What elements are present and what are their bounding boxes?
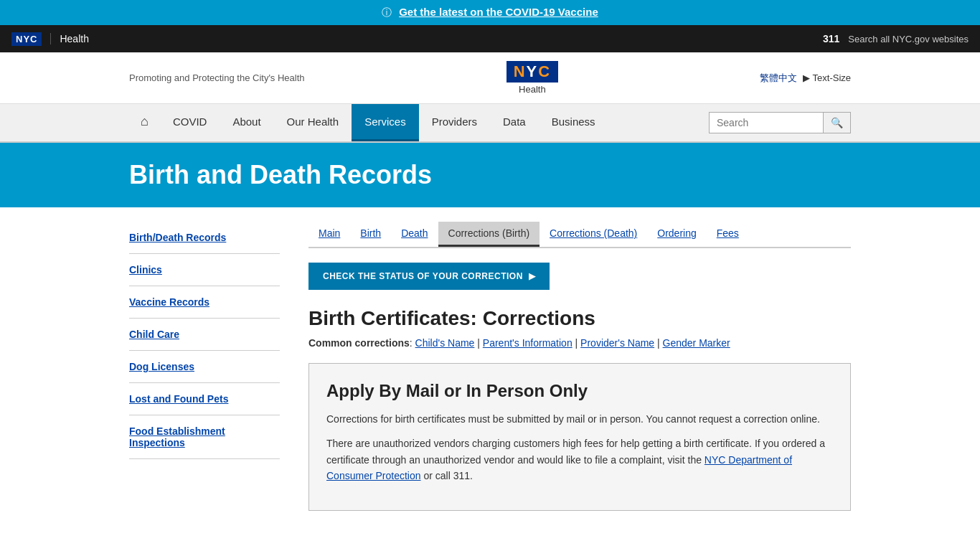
sidebar-item-dog-licenses[interactable]: Dog Licenses <box>129 351 280 383</box>
site-header: Promoting and Protecting the City's Heal… <box>0 52 980 104</box>
common-corrections: Common corrections: Child's Name | Paren… <box>308 337 851 349</box>
header-tagline: Promoting and Protecting the City's Heal… <box>129 72 305 83</box>
sub-tab-corrections-birth[interactable]: Corrections (Birth) <box>438 222 540 247</box>
sidebar-item-birth-death-records[interactable]: Birth/Death Records <box>129 222 280 254</box>
main-content: Main Birth Death Corrections (Birth) Cor… <box>308 222 851 525</box>
nav-item-providers[interactable]: Providers <box>419 104 490 141</box>
top-bar-search-label: Search all NYC.gov websites <box>848 34 969 44</box>
nav-item-data[interactable]: Data <box>490 104 539 141</box>
sidebar-item-vaccine-records[interactable]: Vaccine Records <box>129 286 280 319</box>
info-box-para2-end: or call 311. <box>421 470 473 481</box>
nav-item-about[interactable]: About <box>220 104 273 141</box>
textsize-label[interactable]: ▶ Text-Size <box>803 72 851 83</box>
page-hero-title: Birth and Death Records <box>129 160 851 190</box>
covid-banner: ⓘ Get the latest on the COVID-19 Vaccine <box>0 0 980 25</box>
info-box: Apply By Mail or In Person Only Correcti… <box>308 363 851 511</box>
sidebar-link-lost-found-pets[interactable]: Lost and Found Pets <box>129 393 228 405</box>
sidebar-link-birth-death-records[interactable]: Birth/Death Records <box>129 232 226 243</box>
top-bar-right: 311 Search all NYC.gov websites <box>823 33 969 44</box>
sidebar: Birth/Death Records Clinics Vaccine Reco… <box>129 222 280 525</box>
sidebar-item-food-inspections[interactable]: Food Establishment Inspections <box>129 415 280 459</box>
nav-item-covid[interactable]: COVID <box>160 104 220 141</box>
sidebar-link-clinics[interactable]: Clinics <box>129 264 162 276</box>
health-subtitle: Health <box>519 84 546 95</box>
lang-link[interactable]: 繁體中文 <box>760 72 797 85</box>
nyc-logo-big[interactable]: NYC <box>507 61 558 83</box>
top-bar-left: NYC Health <box>11 32 89 46</box>
sidebar-item-child-care[interactable]: Child Care <box>129 319 280 351</box>
search-button[interactable]: 🔍 <box>824 112 851 133</box>
main-nav: ⌂ COVID About Our Health Services Provid… <box>0 104 980 143</box>
sub-tab-corrections-death[interactable]: Corrections (Death) <box>540 222 647 247</box>
nav-item-services[interactable]: Services <box>352 104 419 141</box>
info-box-para1: Corrections for birth certificates must … <box>326 411 833 427</box>
sub-tab-death[interactable]: Death <box>391 222 438 247</box>
corrections-page-title: Birth Certificates: Corrections <box>308 307 851 330</box>
check-status-arrow-icon: ▶ <box>529 271 536 281</box>
sub-tab-birth[interactable]: Birth <box>350 222 391 247</box>
header-logo: NYC Health <box>507 61 558 95</box>
nyc-logo-small: NYC <box>11 32 42 46</box>
nav-search: 🔍 <box>709 104 851 141</box>
info-icon: ⓘ <box>382 6 392 18</box>
sidebar-link-food-inspections[interactable]: Food Establishment Inspections <box>129 425 225 448</box>
correction-link-providers-name[interactable]: Provider's Name <box>580 337 654 349</box>
check-status-button[interactable]: CHECK THE STATUS OF YOUR CORRECTION ▶ <box>308 263 550 290</box>
header-right: 繁體中文 ▶ Text-Size <box>760 72 851 85</box>
sub-tabs: Main Birth Death Corrections (Birth) Cor… <box>308 222 851 248</box>
correction-link-parents-info[interactable]: Parent's Information <box>483 337 573 349</box>
top-bar-health-label: Health <box>50 33 88 44</box>
covid-banner-link[interactable]: Get the latest on the COVID-19 Vaccine <box>399 6 598 18</box>
sidebar-link-vaccine-records[interactable]: Vaccine Records <box>129 296 209 308</box>
content-area: Birth/Death Records Clinics Vaccine Reco… <box>0 207 980 540</box>
sub-tab-main[interactable]: Main <box>308 222 350 247</box>
nav-item-our-health[interactable]: Our Health <box>274 104 352 141</box>
common-corrections-label: Common corrections <box>308 337 410 349</box>
nav-item-business[interactable]: Business <box>539 104 608 141</box>
page-hero: Birth and Death Records <box>0 143 980 207</box>
check-status-label: CHECK THE STATUS OF YOUR CORRECTION <box>323 271 523 281</box>
sub-tab-fees[interactable]: Fees <box>707 222 749 247</box>
nav-home[interactable]: ⌂ <box>129 104 160 141</box>
sidebar-link-child-care[interactable]: Child Care <box>129 329 179 340</box>
sidebar-item-clinics[interactable]: Clinics <box>129 254 280 286</box>
correction-link-gender-marker[interactable]: Gender Marker <box>663 337 730 349</box>
top-bar: NYC Health 311 Search all NYC.gov websit… <box>0 25 980 52</box>
top-bar-311: 311 <box>823 33 839 44</box>
correction-link-childs-name[interactable]: Child's Name <box>415 337 475 349</box>
sub-tab-ordering[interactable]: Ordering <box>647 222 706 247</box>
info-box-para2: There are unauthorized vendors charging … <box>326 435 833 484</box>
sidebar-item-lost-found-pets[interactable]: Lost and Found Pets <box>129 383 280 415</box>
info-box-title: Apply By Mail or In Person Only <box>326 381 833 401</box>
search-input[interactable] <box>709 112 824 133</box>
sidebar-link-dog-licenses[interactable]: Dog Licenses <box>129 361 194 372</box>
